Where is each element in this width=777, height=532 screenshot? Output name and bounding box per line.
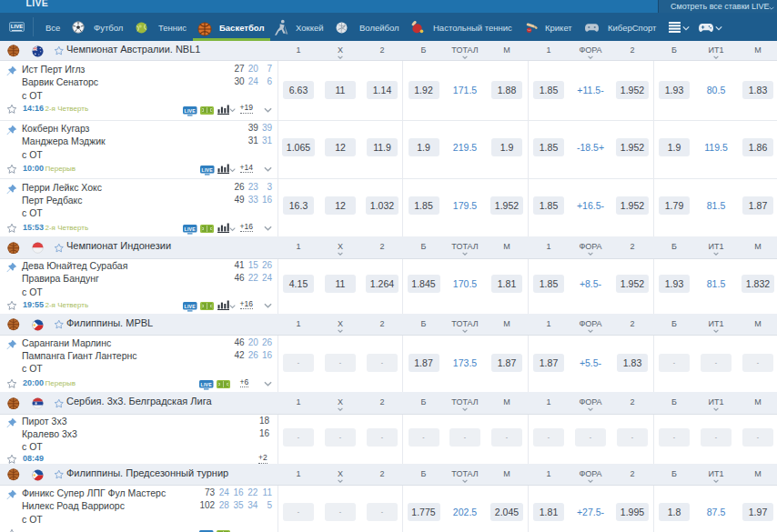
svg-text:LIVE: LIVE <box>185 107 197 113</box>
svg-text:LIVE: LIVE <box>201 167 213 173</box>
svg-text:LIVE: LIVE <box>185 226 197 232</box>
svg-text:LIVE: LIVE <box>200 382 212 387</box>
svg-text:LIVE: LIVE <box>185 304 197 309</box>
